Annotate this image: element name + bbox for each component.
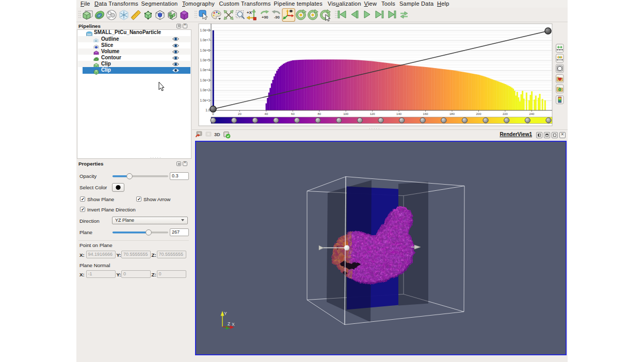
svg-text:220: 220 xyxy=(503,112,508,116)
svg-text:Z: Z xyxy=(228,321,230,326)
svg-text:40: 40 xyxy=(265,112,268,116)
svg-text:1.0e+1: 1.0e+1 xyxy=(200,98,211,102)
svg-text:160: 160 xyxy=(423,112,429,116)
svg-text:Y: Y xyxy=(224,310,227,316)
svg-text:60: 60 xyxy=(291,112,295,116)
svg-text:20: 20 xyxy=(238,112,242,116)
svg-text:1.0e+2: 1.0e+2 xyxy=(200,88,211,92)
svg-text:1.0e+4: 1.0e+4 xyxy=(200,68,211,72)
svg-text:X: X xyxy=(232,321,235,326)
svg-text:100: 100 xyxy=(343,112,349,116)
svg-text:1.0e+8: 1.0e+8 xyxy=(200,28,211,32)
svg-text:1.0e+6: 1.0e+6 xyxy=(200,48,211,52)
svg-text:1.0e+3: 1.0e+3 xyxy=(200,78,211,82)
svg-text:180: 180 xyxy=(449,112,455,116)
svg-text:1.0e+5: 1.0e+5 xyxy=(200,58,211,62)
svg-text:120: 120 xyxy=(370,112,376,116)
svg-text:240: 240 xyxy=(529,112,535,116)
svg-text:1.0: 1.0 xyxy=(205,108,210,112)
svg-text:140: 140 xyxy=(396,112,402,116)
svg-text:80: 80 xyxy=(317,112,321,116)
svg-text:200: 200 xyxy=(476,112,481,116)
svg-text:1.0e+7: 1.0e+7 xyxy=(200,38,211,42)
